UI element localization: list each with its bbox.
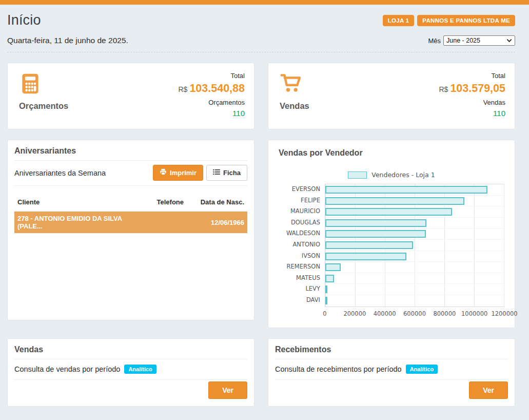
sales-report-description-line: Consulta de vendas por período Analítico [14,359,247,380]
store-button[interactable]: LOJA 1 [383,15,415,26]
company-button[interactable]: PANNOS E PANNOS LTDA ME [417,15,515,26]
receipts-analytic-badge: Analítico [406,365,438,374]
chart-bar-row [325,295,504,307]
top-accent-bar [0,0,529,5]
budgets-summary-left: Orçamentos [19,70,68,123]
chart-x-tick-label: 800000 [433,310,456,317]
receipts-report-footer: Ver [275,380,508,400]
ficha-button[interactable]: Ficha [206,165,247,181]
sales-analytic-badge: Analítico [124,365,156,374]
birthdays-table-header: Cliente Telefone Data de Nasc. [14,196,247,212]
legend-swatch [348,171,367,179]
month-select[interactable]: June - 2025 [443,35,515,46]
sales-view-button[interactable]: Ver [208,381,247,399]
sales-amount-line: R$103.579,05 [439,81,505,97]
page-title: Início [7,12,41,28]
sales-summary-left: Vendas [280,70,309,123]
budgets-amount: 103.540,88 [189,82,245,94]
print-button[interactable]: Imprimir [153,165,203,181]
receipts-report-title: Recebimentos [275,345,508,359]
chart-bar-row [325,273,504,284]
bottom-row: Vendas Consulta de vendas por período An… [7,338,515,407]
sales-total-label: Total [439,71,505,81]
calculator-icon [19,72,42,95]
chart-bar[interactable] [325,263,341,271]
birthdays-card: Aniversariantes Aniversariantes da Seman… [7,140,254,320]
birthdays-actions: Imprimir Ficha [153,165,247,181]
sales-report-card: Vendas Consulta de vendas por período An… [7,338,254,407]
birthdays-subtitle: Aniversariantes da Semana [14,169,106,177]
sales-count-label: Vendas [439,97,505,108]
print-button-label: Imprimir [170,169,197,177]
table-row[interactable]: 278 - ANTONIO EMIDIO DA SILVA (PALE... 1… [14,212,247,233]
birthdays-title: Aniversariantes [14,146,247,161]
budgets-total-label: Total [178,71,245,81]
chart-bar-row [325,240,504,251]
receipts-report-card: Recebimentos Consulta de recebimentos po… [268,338,515,407]
chart-x-tick-label: 1200000 [491,310,517,317]
month-filter: Mês June - 2025 [428,35,515,46]
birthdays-table: Cliente Telefone Data de Nasc. 278 - ANT… [14,196,247,233]
chart-category-label: WALDESON [279,228,325,239]
chart-bar-row [325,218,504,229]
chart-bar-row [325,284,504,295]
chart-plot [325,184,504,307]
sales-report-footer: Ver [14,380,247,400]
date-row: Quarta-feira, 11 de junho de 2025. Mês J… [7,35,515,52]
chart-bar-row [325,228,504,240]
chevron-down-icon [506,37,512,44]
chart-x-tick-label: 200000 [343,310,366,317]
chart-bar[interactable] [325,285,327,293]
receipts-report-description: Consulta de recebimentos por período [275,365,402,373]
chart-bar-row [325,206,504,218]
chart-bar[interactable] [325,186,487,194]
sales-summary-values: Total R$103.579,05 Vendas 110 [439,70,505,123]
chart-bar[interactable] [325,241,413,249]
chart-category-label: DAVI [279,295,325,306]
sales-currency: R$ [439,85,448,93]
chart-bar[interactable] [325,275,334,282]
chart-y-labels: EVERSONFELIPEMAURICIODOUGLASWALDESONANTO… [279,184,325,307]
column-header-birthdate: Data de Nasc. [184,198,244,206]
budgets-summary-card: Orçamentos Total R$103.540,88 Orçamentos… [7,63,254,129]
chart-bar-row [325,262,504,273]
sales-report-title: Vendas [14,345,247,359]
chart-category-label: EVERSON [279,184,325,195]
chart-bar[interactable] [325,197,464,205]
chart-x-tick-label: 400000 [374,310,396,317]
receipts-view-button[interactable]: Ver [469,381,508,399]
sales-card-label: Vendas [280,101,309,111]
sales-summary-card: Vendas Total R$103.579,05 Vendas 110 [268,63,515,129]
chart-bar[interactable] [325,230,426,238]
receipts-report-description-line: Consulta de recebimentos por período Ana… [275,359,508,380]
chart-category-label: MATEUS [279,273,325,284]
sales-report-description: Consulta de vendas por período [14,365,120,373]
chart-x-tick-label: 0 [323,310,326,317]
budgets-summary-values: Total R$103.540,88 Orçamentos 110 [178,70,245,123]
budgets-count-value: 110 [178,108,245,119]
list-icon [213,169,220,177]
chart-category-label: REMERSON [279,261,325,273]
chart-x-tick-label: 1000000 [461,310,487,317]
chart-bar[interactable] [325,219,426,227]
budgets-currency: R$ [178,85,187,93]
budgets-card-label: Orçamentos [19,101,68,111]
summary-row: Orçamentos Total R$103.540,88 Orçamentos… [7,63,515,129]
chart-bar-row [325,251,504,262]
chart-title: Vendas por Vendedor [279,148,504,158]
current-date-text: Quarta-feira, 11 de junho de 2025. [7,36,128,45]
printer-icon [160,168,167,177]
chart-bar-row [325,184,504,196]
column-header-phone: Telefone [135,198,184,206]
chart-bar[interactable] [325,253,406,260]
budgets-amount-line: R$103.540,88 [178,81,245,97]
chart-gridline [504,184,504,307]
bar-chart: EVERSONFELIPEMAURICIODOUGLASWALDESONANTO… [279,184,504,307]
row-birthdate: 12/06/1966 [184,219,244,226]
sales-amount: 103.579,05 [450,82,505,94]
chart-bar[interactable] [325,208,452,216]
middle-row: Aniversariantes Aniversariantes da Seman… [7,140,515,328]
legend-label: Vendedores - Loja 1 [371,171,435,179]
month-select-value: June - 2025 [446,37,480,44]
chart-bar[interactable] [325,297,327,304]
